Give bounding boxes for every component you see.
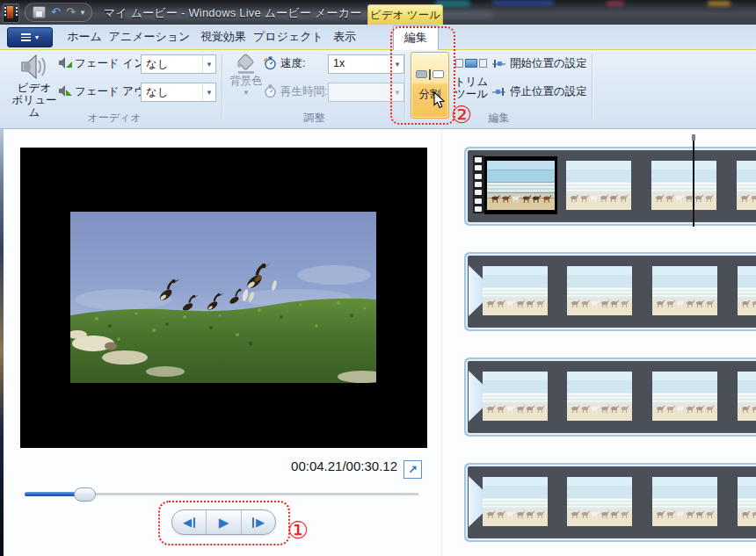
glass-reflection	[607, 1, 624, 6]
menu-icon	[21, 33, 31, 41]
clip-thumbnail[interactable]	[483, 266, 548, 315]
app-menu-button[interactable]: ▾	[7, 27, 53, 47]
title-bar: ↶ ↷ ▾ マイ ムービー - Windows Live ムービー メーカー ビ…	[0, 0, 756, 25]
clip-thumbnail[interactable]	[738, 266, 756, 315]
video-still-birds	[70, 212, 376, 383]
mouse-cursor	[433, 91, 447, 109]
preview-monitor	[20, 148, 427, 448]
fade-out-value: なし	[142, 83, 202, 101]
glass-reflection	[492, 0, 554, 5]
clip-thumbnail[interactable]	[567, 266, 632, 315]
ribbon: ビデオ ボリューム フェード イン: なし ▼ フェード アウト: なし ▼ オ…	[0, 50, 756, 129]
clip-thumbnail[interactable]	[483, 477, 548, 526]
video-frame	[70, 212, 376, 383]
clip-thumbnail[interactable]	[737, 161, 756, 210]
video-volume-label: ビデオ ボリューム	[11, 82, 58, 119]
speed-icon	[264, 56, 277, 70]
trim-tool-label: トリム ツール	[454, 76, 489, 100]
storyboard-row[interactable]	[464, 357, 756, 437]
clip-thumbnail[interactable]	[652, 477, 717, 526]
clip-thumbnail[interactable]	[651, 161, 716, 210]
window-title: マイ ムービー - Windows Live ムービー メーカー	[104, 5, 361, 21]
clip-thumbnail[interactable]	[738, 477, 756, 526]
adjust-group-label: 調整	[255, 111, 374, 126]
fullscreen-button[interactable]: ↗	[403, 460, 422, 479]
clip-thumbnail[interactable]	[566, 161, 631, 210]
undo-icon[interactable]: ↶	[51, 4, 61, 20]
paint-bucket-icon	[234, 52, 258, 75]
film-sprockets-icon	[473, 155, 484, 213]
playhead-handle[interactable]	[692, 134, 695, 141]
group-separator	[592, 54, 593, 120]
chevron-down-icon[interactable]: ▼	[202, 55, 215, 73]
speed-value: 1x	[329, 55, 390, 73]
filmstrip-glyph	[7, 6, 13, 18]
quick-access-toolbar: ↶ ↷ ▾	[25, 3, 92, 22]
fade-in-value: なし	[142, 55, 202, 73]
clip-thumbnail[interactable]	[738, 372, 756, 421]
set-stop-button[interactable]: 停止位置の設定	[492, 84, 587, 99]
tab-home[interactable]: ホーム	[63, 25, 105, 49]
tab-animation[interactable]: アニメーション	[105, 25, 193, 49]
time-display: 00:04.21/00:30.12	[211, 459, 397, 473]
storyboard-row[interactable]	[464, 147, 756, 226]
slider-progress	[25, 492, 77, 496]
clip-thumbnail[interactable]	[567, 477, 632, 526]
video-tools-context-tab[interactable]: ビデオ ツール	[367, 4, 443, 25]
trim-tool-icon	[455, 59, 487, 68]
annotation-callout-2: ②	[451, 101, 472, 128]
ribbon-tab-row: ▾ ホームアニメーション視覚効果プロジェクト表示編集	[0, 25, 756, 50]
chevron-down-icon[interactable]: ▼	[202, 83, 215, 101]
seek-slider[interactable]	[25, 486, 419, 502]
app-icon[interactable]	[3, 4, 19, 23]
storyboard-row[interactable]	[464, 463, 756, 542]
annotation-box-split	[390, 26, 455, 125]
clip-thumbnail[interactable]	[652, 266, 717, 315]
tab-visual-effects[interactable]: 視覚効果	[193, 25, 253, 49]
pane-divider	[441, 129, 442, 556]
set-start-button[interactable]: 開始位置の設定	[492, 56, 587, 71]
speaker-icon	[18, 52, 50, 82]
qat-dropdown-icon[interactable]: ▾	[81, 4, 85, 20]
annotation-box-playback	[158, 501, 290, 545]
set-stop-icon	[492, 87, 505, 97]
tab-view[interactable]: 表示	[323, 25, 366, 49]
group-separator	[222, 54, 223, 120]
speed-label: 速度:	[280, 57, 305, 69]
video-volume-button[interactable]: ビデオ ボリューム	[11, 52, 58, 120]
clip-thumbnail-selected[interactable]	[484, 156, 557, 214]
fade-out-icon	[58, 84, 72, 97]
set-stop-label: 停止位置の設定	[510, 84, 587, 99]
duration-icon	[264, 84, 277, 98]
annotation-callout-1: ①	[287, 516, 309, 544]
glass-reflection	[708, 1, 731, 6]
background-color-label: 背景色	[229, 75, 263, 87]
duration-value	[329, 83, 390, 101]
slider-thumb[interactable]	[74, 487, 96, 502]
fade-in-select[interactable]: なし ▼	[141, 54, 216, 74]
set-start-label: 開始位置の設定	[510, 56, 587, 71]
redo-icon[interactable]: ↷	[66, 4, 76, 20]
tab-project[interactable]: プロジェクト	[253, 25, 323, 49]
audio-group-label: オーディオ	[53, 111, 176, 126]
playhead[interactable]	[693, 141, 694, 227]
storyboard-row[interactable]	[464, 252, 756, 331]
set-start-icon	[492, 59, 505, 69]
chevron-down-icon: ▼	[243, 87, 250, 99]
chevron-down-icon: ▾	[35, 33, 39, 41]
duration-label: 再生時間:	[280, 85, 327, 97]
clip-thumbnail[interactable]	[483, 372, 548, 421]
fade-out-select[interactable]: なし ▼	[141, 83, 216, 102]
clip-thumbnail[interactable]	[652, 372, 717, 421]
save-icon[interactable]	[33, 6, 46, 18]
fade-in-icon	[58, 56, 72, 69]
expand-icon: ↗	[408, 464, 418, 475]
clip-thumbnail[interactable]	[567, 372, 632, 421]
window-left-border	[0, 129, 4, 556]
fade-in-label: フェード イン:	[75, 57, 148, 69]
